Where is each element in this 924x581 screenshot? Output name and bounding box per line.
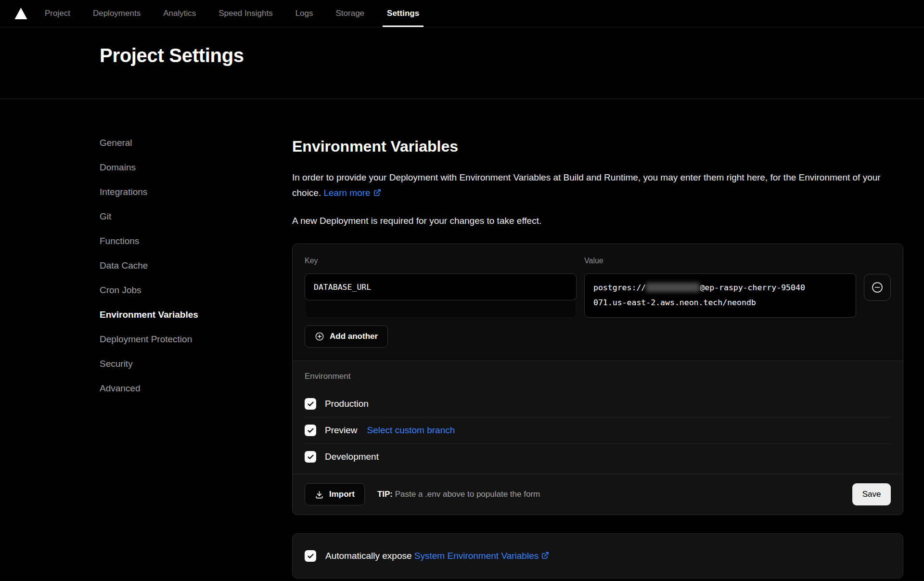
auto-expose-text: Automatically expose System Environment … [325,551,549,561]
sidebar-item-git[interactable]: Git [100,211,292,222]
redacted-secret [646,283,700,292]
nav-tabs: Project Deployments Analytics Speed Insi… [45,0,419,27]
external-link-icon [373,189,381,197]
section-heading: Environment Variables [292,138,903,155]
checkmark-icon [307,453,314,461]
environment-section: Environment Production Preview Select cu… [293,361,903,474]
select-custom-branch-link[interactable]: Select custom branch [367,425,455,436]
sidebar-item-advanced[interactable]: Advanced [100,383,292,394]
content: General Domains Integrations Git Functio… [0,99,924,579]
import-button[interactable]: Import [305,483,365,505]
development-label: Development [325,452,379,462]
download-icon [315,490,324,499]
nav-tab-speed-insights[interactable]: Speed Insights [218,0,272,27]
sidebar-item-data-cache[interactable]: Data Cache [100,260,292,271]
nav-tab-logs[interactable]: Logs [295,0,313,27]
circle-plus-icon [315,332,324,341]
add-another-button[interactable]: Add another [305,325,388,348]
sidebar-item-domains[interactable]: Domains [100,162,292,173]
env-row-preview: Preview Select custom branch [305,417,891,444]
nav-tab-deployments[interactable]: Deployments [93,0,141,27]
system-env-card: Automatically expose System Environment … [292,533,903,579]
external-link-icon [541,551,549,559]
vercel-logo-icon [14,0,27,27]
checkmark-icon [307,427,314,434]
nav-tab-project[interactable]: Project [45,0,70,27]
env-row-development: Development [305,444,891,470]
value-label: Value [584,257,856,265]
card-footer: Import TIP: Paste a .env above to popula… [293,474,903,515]
sidebar-item-functions[interactable]: Functions [100,236,292,246]
sidebar-item-environment-variables[interactable]: Environment Variables [100,310,292,320]
environment-label: Environment [305,372,891,381]
add-another-label: Add another [330,332,378,341]
save-button[interactable]: Save [852,483,891,505]
nav-tab-analytics[interactable]: Analytics [163,0,196,27]
env-var-card: Key Value postgres://@ep-raspy-cherry-95… [292,244,903,515]
key-input[interactable] [305,273,577,300]
production-checkbox[interactable] [305,398,316,410]
sidebar-item-deployment-protection[interactable]: Deployment Protection [100,334,292,345]
checkmark-icon [307,553,314,560]
value-input[interactable]: postgres://@ep-raspy-cherry-95040 071.us… [584,273,856,318]
system-env-variables-link[interactable]: System Environment Variables [414,551,539,561]
production-label: Production [325,399,369,409]
sidebar-item-cron-jobs[interactable]: Cron Jobs [100,285,292,296]
checkmark-icon [307,400,314,408]
key-suggestion-panel [305,300,576,318]
nav-tab-storage[interactable]: Storage [336,0,365,27]
sidebar-item-security[interactable]: Security [100,359,292,369]
section-description: In order to provide your Deployment with… [292,170,903,201]
sidebar-item-general[interactable]: General [100,138,292,148]
remove-row-button[interactable] [864,274,891,301]
main-panel: Environment Variables In order to provid… [292,138,903,579]
nav-tab-settings[interactable]: Settings [387,0,419,27]
preview-label: Preview [325,425,358,436]
tip-text: TIP: Paste a .env above to populate the … [377,490,540,499]
import-label: Import [329,490,355,499]
circle-minus-icon [871,281,884,294]
value-line-2: 071.us-east-2.aws.neon.tech/neondb [593,295,847,310]
page-header: Project Settings [0,27,924,99]
value-line-1: postgres://@ep-raspy-cherry-95040 [593,280,847,295]
learn-more-link[interactable]: Learn more [323,188,370,198]
key-label: Key [305,257,577,265]
redeploy-note: A new Deployment is required for your ch… [292,213,903,229]
development-checkbox[interactable] [305,451,316,463]
env-row-production: Production [305,391,891,417]
page-title: Project Settings [100,45,924,66]
sidebar-item-integrations[interactable]: Integrations [100,187,292,197]
settings-sidebar: General Domains Integrations Git Functio… [100,138,292,579]
preview-checkbox[interactable] [305,425,316,436]
top-nav: Project Deployments Analytics Speed Insi… [0,0,924,27]
auto-expose-checkbox[interactable] [305,550,316,562]
env-var-form: Key Value postgres://@ep-raspy-cherry-95… [293,244,903,361]
